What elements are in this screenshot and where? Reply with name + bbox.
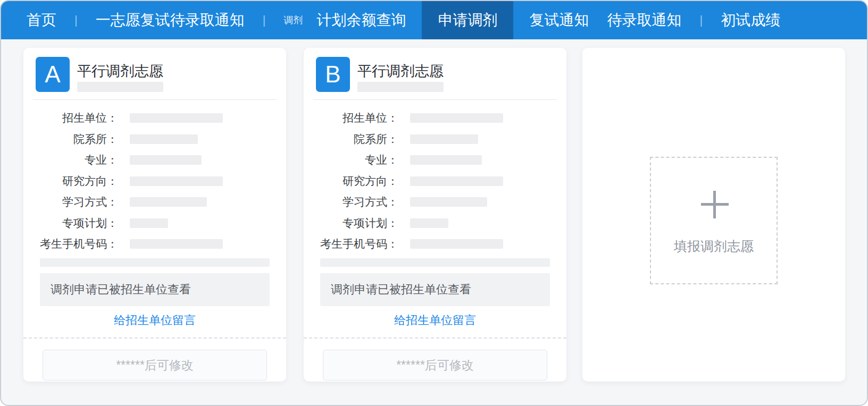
- redacted-value-bar: [130, 197, 207, 207]
- field-row: 考生手机号码：: [23, 237, 286, 251]
- add-adjust-dropzone[interactable]: 填报调剂志愿: [650, 157, 778, 284]
- nav-divider: |: [74, 13, 78, 27]
- redacted-value-bar: [410, 134, 478, 144]
- redacted-wide-bar: [40, 258, 270, 267]
- field-label: 招生单位：: [304, 111, 398, 125]
- field-label: 院系所：: [23, 132, 118, 147]
- redacted-value-bar: [410, 218, 448, 228]
- message-to-unit-link[interactable]: 给招生单位留言: [304, 312, 566, 328]
- redacted-subtitle-bar: [77, 82, 163, 92]
- redacted-value-bar: [130, 113, 223, 123]
- header-divider: [33, 99, 277, 100]
- field-row: 研究方向：: [23, 174, 286, 188]
- field-label: 专业：: [23, 153, 118, 167]
- field-row: 专业：: [23, 153, 286, 167]
- adjust-application-card-b: B 平行调剂志愿 招生单位： 院系所： 专业： 研究方向： 学习方式： 专项计划…: [304, 48, 566, 382]
- card-badge: A: [36, 57, 70, 92]
- app-window: 首页 | 一志愿复试待录取通知 | 调剂 计划余额查询 申请调剂 复试通知 待录…: [0, 0, 868, 406]
- field-label: 研究方向：: [23, 174, 118, 189]
- redacted-subtitle-bar: [357, 82, 444, 92]
- nav-item-admission-notice[interactable]: 待录取通知: [607, 1, 681, 39]
- top-nav-bar: 首页 | 一志愿复试待录取通知 | 调剂 计划余额查询 申请调剂 复试通知 待录…: [1, 1, 867, 39]
- redacted-value-bar: [130, 134, 198, 144]
- nav-item-plan-balance[interactable]: 计划余额查询: [316, 1, 406, 39]
- field-label: 专业：: [304, 153, 398, 167]
- add-adjust-label: 填报调剂志愿: [651, 238, 777, 255]
- nav-item-retest-notice[interactable]: 复试通知: [529, 1, 589, 39]
- field-row: 招生单位：: [304, 111, 566, 125]
- redacted-value-bar: [410, 155, 482, 165]
- dashed-divider: [23, 337, 286, 339]
- nav-item-apply-adjust[interactable]: 申请调剂: [422, 1, 513, 39]
- redacted-value-bar: [410, 239, 503, 249]
- field-label: 专项计划：: [304, 216, 398, 231]
- field-row: 院系所：: [304, 132, 566, 146]
- field-row: 专业：: [304, 153, 566, 167]
- field-row: 学习方式：: [23, 195, 286, 209]
- nav-divider: |: [699, 13, 703, 27]
- field-row: 学习方式：: [304, 195, 566, 209]
- status-message: 调剂申请已被招生单位查看: [320, 273, 550, 306]
- card-title: 平行调剂志愿: [357, 62, 444, 81]
- redacted-value-bar: [130, 155, 202, 165]
- add-adjust-card: 填报调剂志愿: [582, 48, 845, 382]
- field-label: 考生手机号码：: [304, 236, 398, 251]
- modify-disabled-button[interactable]: ******后可修改: [43, 350, 267, 380]
- card-title: 平行调剂志愿: [77, 62, 163, 81]
- redacted-value-bar: [410, 197, 487, 207]
- redacted-value-bar: [410, 176, 503, 186]
- field-label: 院系所：: [304, 132, 398, 147]
- plus-icon: [701, 191, 729, 218]
- header-divider: [313, 99, 557, 100]
- field-label: 考生手机号码：: [23, 236, 118, 251]
- nav-group-label-adjust: 调剂: [283, 14, 303, 27]
- nav-item-home[interactable]: 首页: [27, 1, 56, 39]
- dashed-divider: [304, 337, 566, 339]
- message-to-unit-link[interactable]: 给招生单位留言: [23, 312, 286, 328]
- redacted-value-bar: [130, 218, 168, 228]
- nav-item-first-choice-notice[interactable]: 一志愿复试待录取通知: [96, 1, 245, 39]
- field-label: 学习方式：: [23, 194, 118, 209]
- redacted-value-bar: [410, 113, 503, 123]
- redacted-value-bar: [130, 239, 223, 249]
- card-badge: B: [316, 57, 350, 92]
- field-row: 招生单位：: [23, 111, 286, 125]
- field-label: 学习方式：: [304, 194, 398, 209]
- field-row: 院系所：: [23, 132, 286, 146]
- redacted-wide-bar: [320, 258, 550, 267]
- field-label: 专项计划：: [23, 216, 118, 231]
- field-label: 研究方向：: [304, 174, 398, 189]
- nav-divider: |: [263, 13, 266, 27]
- nav-item-initial-score[interactable]: 初试成绩: [721, 1, 780, 39]
- field-row: 考生手机号码：: [304, 237, 566, 251]
- modify-disabled-button[interactable]: ******后可修改: [323, 350, 547, 380]
- field-row: 研究方向：: [304, 174, 566, 188]
- field-row: 专项计划：: [304, 216, 566, 230]
- status-message: 调剂申请已被招生单位查看: [40, 273, 270, 306]
- field-row: 专项计划：: [23, 216, 286, 230]
- adjust-application-card-a: A 平行调剂志愿 招生单位： 院系所： 专业： 研究方向： 学习方式： 专项计划…: [23, 48, 286, 382]
- redacted-value-bar: [130, 176, 223, 186]
- field-label: 招生单位：: [23, 111, 118, 125]
